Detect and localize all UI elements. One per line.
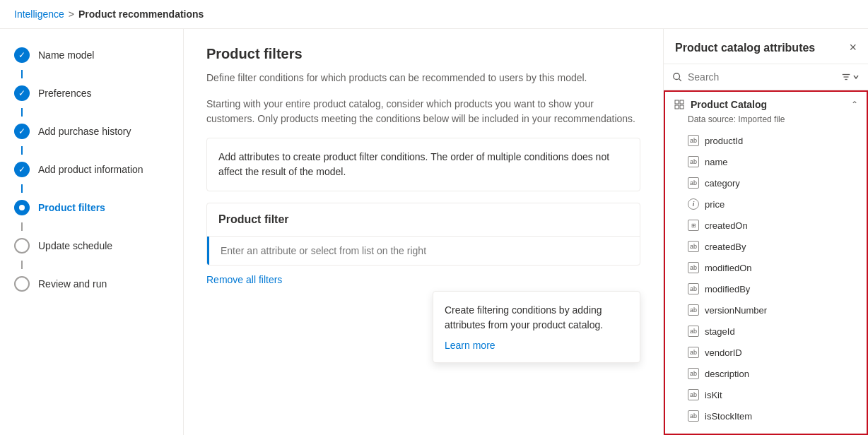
panel-attribute-list: Product Catalog ⌃ Data source: Imported … [664, 90, 868, 435]
svg-rect-8 [680, 105, 684, 109]
connector-5 [21, 222, 23, 231]
list-item[interactable]: ab name [665, 151, 867, 172]
sidebar-item-product-filters[interactable]: Product filters [0, 193, 183, 222]
sidebar: Name model Preferences Add purchase hist… [0, 29, 184, 435]
connector-1 [21, 70, 23, 78]
breadcrumb: Intelligence > Product recommendations [0, 0, 868, 29]
connector-6 [21, 261, 23, 269]
attr-name-modifiedBy: modifiedBy [705, 284, 750, 294]
page-desc-1: Define filter conditions for which produ… [206, 71, 640, 85]
list-item[interactable]: ⊞ createdOn [665, 215, 867, 236]
attr-type-icon: ab [688, 304, 699, 316]
tooltip-text: Create filtering conditions by adding at… [445, 303, 628, 333]
sidebar-item-update-schedule[interactable]: Update schedule [0, 231, 183, 261]
list-item[interactable]: ab isKit [665, 384, 867, 405]
panel-search-input[interactable] [688, 71, 835, 83]
list-item[interactable]: i price [665, 193, 867, 215]
attr-type-icon: ab [688, 368, 699, 379]
attr-type-icon: ab [688, 347, 699, 358]
sidebar-label-review: Review and run [38, 278, 107, 290]
sidebar-label-product-filters: Product filters [38, 202, 105, 213]
attr-name-vendorID: vendorID [705, 347, 742, 358]
sidebar-item-add-product-information[interactable]: Add product information [0, 155, 183, 184]
info-box-text: Add attributes to create product filter … [218, 151, 609, 177]
collapse-group-button[interactable]: ⌃ [851, 100, 858, 109]
filter-icon [841, 72, 851, 82]
filter-sort-button[interactable] [841, 72, 860, 82]
attr-name-description: description [705, 369, 749, 379]
step-icon-name-model [14, 47, 30, 63]
attr-type-icon: ab [688, 326, 699, 337]
page-title: Product filters [206, 46, 640, 62]
list-item[interactable]: ab versionNumber [665, 299, 867, 321]
chevron-down-icon [852, 73, 860, 81]
list-item[interactable]: ab stageId [665, 321, 867, 342]
attr-name-createdBy: createdBy [705, 242, 746, 252]
close-panel-button[interactable]: × [849, 40, 857, 55]
breadcrumb-parent[interactable]: Intelligence [14, 8, 64, 20]
step-icon-review [14, 276, 30, 292]
svg-point-0 [674, 73, 680, 80]
svg-rect-5 [675, 100, 679, 104]
info-box: Add attributes to create product filter … [206, 138, 640, 191]
sidebar-item-preferences[interactable]: Preferences [0, 78, 183, 108]
attr-type-icon: ab [688, 283, 699, 294]
tooltip-popup: Create filtering conditions by adding at… [433, 291, 640, 363]
attr-type-icon-grid: ⊞ [688, 220, 699, 231]
filter-section: Product filter [206, 203, 640, 266]
attr-type-icon: ab [688, 241, 699, 252]
connector-4 [21, 184, 23, 193]
list-item[interactable]: ab modifiedBy [665, 278, 867, 299]
main-layout: Name model Preferences Add purchase hist… [0, 29, 868, 435]
checkmark-icon-4 [18, 165, 25, 174]
attr-name-price: price [705, 199, 725, 210]
table-grid-icon [674, 99, 685, 110]
list-item[interactable]: ab productId [665, 130, 867, 151]
panel-group-title: Product Catalog [691, 99, 767, 110]
list-item[interactable]: ab vendorID [665, 342, 867, 363]
sidebar-item-name-model[interactable]: Name model [0, 40, 183, 70]
filter-header: Product filter [207, 203, 640, 237]
step-icon-product-filters [14, 200, 30, 215]
connector-2 [21, 108, 23, 117]
attr-type-icon-info: i [688, 198, 699, 210]
list-item[interactable]: ab description [665, 363, 867, 384]
breadcrumb-current: Product recommendations [78, 8, 204, 20]
list-item[interactable]: ab isStockItem [665, 405, 867, 427]
sidebar-label-preferences: Preferences [38, 88, 91, 99]
checkmark-icon [18, 50, 25, 60]
list-item[interactable]: ab createdBy [665, 236, 867, 257]
right-panel-header: Product catalog attributes × [664, 29, 868, 64]
list-item[interactable]: ab category [665, 172, 867, 193]
active-dot [19, 205, 25, 210]
attr-name-createdOn: createdOn [705, 220, 748, 231]
panel-group-subtitle: Data source: Imported file [665, 113, 867, 130]
right-panel: Product catalog attributes × [663, 29, 868, 435]
step-icon-update-schedule [14, 238, 30, 254]
sidebar-item-add-purchase-history[interactable]: Add purchase history [0, 117, 183, 146]
step-icon-product-info [14, 162, 30, 177]
sidebar-item-review-and-run[interactable]: Review and run [0, 269, 183, 299]
step-icon-preferences [14, 85, 30, 101]
step-icon-purchase [14, 124, 30, 139]
right-panel-title: Product catalog attributes [675, 42, 815, 54]
checkmark-icon-2 [18, 88, 25, 98]
attr-name-stageId: stageId [705, 326, 735, 337]
panel-group-left: Product Catalog [674, 99, 767, 110]
learn-more-link[interactable]: Learn more [445, 340, 495, 351]
attr-type-icon: ab [688, 156, 699, 167]
svg-line-1 [679, 79, 681, 81]
list-item[interactable]: ab modifiedOn [665, 257, 867, 278]
sidebar-label-product-info: Add product information [38, 164, 143, 175]
sidebar-label-update-schedule: Update schedule [38, 240, 112, 251]
sidebar-label-name-model: Name model [38, 49, 94, 61]
svg-rect-6 [680, 100, 684, 104]
attr-name-productId: productId [705, 136, 743, 146]
attr-type-icon: ab [688, 135, 699, 146]
attr-name-isStockItem: isStockItem [705, 411, 752, 422]
sidebar-label-purchase: Add purchase history [38, 126, 131, 137]
attr-type-icon: ab [688, 410, 699, 422]
remove-all-filters-link[interactable]: Remove all filters [206, 274, 282, 285]
breadcrumb-separator: > [69, 8, 74, 20]
filter-attribute-input[interactable] [221, 245, 628, 256]
